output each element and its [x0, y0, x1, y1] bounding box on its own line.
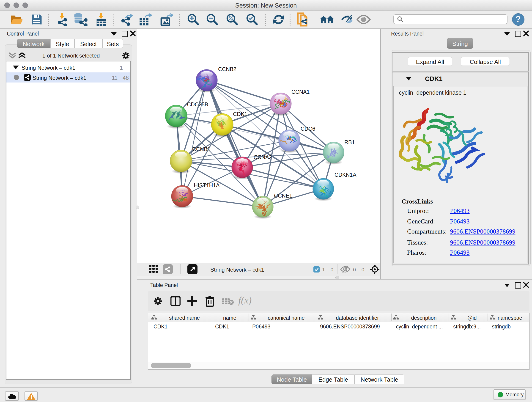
- svg-text:CDKN1A: CDKN1A: [335, 172, 356, 178]
- svg-text:CDC6: CDC6: [301, 126, 315, 132]
- svg-text:CCNA2: CCNA2: [254, 154, 272, 160]
- svg-text:HIST1H1A: HIST1H1A: [194, 182, 220, 188]
- svg-text:CCNE1: CCNE1: [274, 193, 292, 199]
- svg-text:CCNB2: CCNB2: [218, 66, 236, 72]
- svg-text:CCNB1: CCNB1: [192, 146, 210, 152]
- svg-text:CDK1: CDK1: [233, 111, 247, 117]
- svg-text:CDC25B: CDC25B: [187, 102, 208, 108]
- svg-text:CCNA1: CCNA1: [291, 89, 310, 95]
- svg-text:RB1: RB1: [344, 139, 355, 145]
